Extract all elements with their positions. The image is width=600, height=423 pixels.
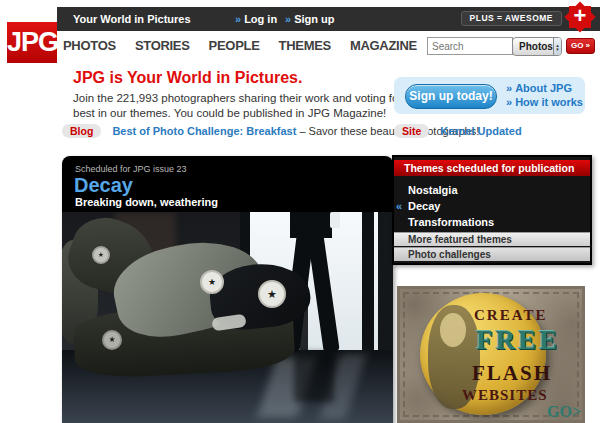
nav-item-photos[interactable]: PHOTOS xyxy=(63,38,116,53)
signup-today-button[interactable]: Sign up today! xyxy=(405,84,497,109)
jpg-logo[interactable]: JPG xyxy=(7,22,57,63)
signup-promo-box: Sign up today! »About JPG »How it works xyxy=(394,77,585,114)
photo-doorframe xyxy=(362,212,374,362)
search-go-button[interactable]: GO » xyxy=(566,38,595,54)
about-jpg-link[interactable]: »About JPG xyxy=(506,81,583,95)
converse-patch-icon: ★ xyxy=(258,280,286,308)
intro-line-1: Join the 221,993 photographers sharing t… xyxy=(73,91,421,106)
more-featured-themes-link[interactable]: More featured themes xyxy=(394,232,590,246)
top-bar: Your World in Pictures »Log in »Sign up … xyxy=(57,7,600,31)
feature-kicker: Scheduled for JPG issue 23 xyxy=(75,164,187,174)
nav-item-themes[interactable]: THEMES xyxy=(279,38,331,53)
ad-woman-face xyxy=(440,313,466,347)
featured-theme-card: Scheduled for JPG issue 23 Decay Breakin… xyxy=(62,156,393,423)
search-scope-value: Photos xyxy=(513,41,553,52)
signup-link[interactable]: »Sign up xyxy=(285,13,334,25)
current-theme-chevron-icon: « xyxy=(396,200,402,212)
search-scope-select[interactable]: Photos ▴▾ xyxy=(512,37,562,56)
site-announcement: Site Kernel Updated xyxy=(394,124,522,138)
signup-label: Sign up xyxy=(294,13,334,25)
login-link[interactable]: »Log in xyxy=(235,13,277,25)
blog-tag: Blog xyxy=(62,124,101,138)
theme-item-nostalgia[interactable]: Nostalgia xyxy=(408,184,458,196)
photo-leg-reflection xyxy=(294,352,334,402)
themes-panel: Themes scheduled for publication « Nosta… xyxy=(392,155,592,265)
ad-text-create: CREATE xyxy=(474,307,547,324)
featured-photo[interactable]: ★ ★ ★ ★ xyxy=(62,212,393,423)
nav-item-people[interactable]: PEOPLE xyxy=(209,38,260,53)
converse-patch-icon: ★ xyxy=(200,270,224,294)
plus-awesome-badge[interactable]: PLUS = AWESOME xyxy=(461,11,562,26)
plus-icon[interactable]: + xyxy=(563,0,597,34)
ad-text-flash: FLASH xyxy=(472,361,552,386)
feature-subtitle: Breaking down, weathering xyxy=(75,196,218,208)
ad-text-free: FREE xyxy=(476,325,560,356)
how-it-works-link[interactable]: »How it works xyxy=(506,95,583,109)
page-headline: JPG is Your World in Pictures. xyxy=(73,69,302,87)
arrow-right-icon: » xyxy=(506,96,512,108)
select-stepper-icon: ▴▾ xyxy=(553,38,561,55)
login-label: Log in xyxy=(244,13,277,25)
intro-text: Join the 221,993 photographers sharing t… xyxy=(73,91,421,121)
intro-line-2: best in our themes. You could be publish… xyxy=(73,106,421,121)
promo-links: »About JPG »How it works xyxy=(506,81,583,109)
jpg-magazine-homepage: Your World in Pictures »Log in »Sign up … xyxy=(0,0,600,423)
nav-item-magazine[interactable]: MAGAZINE xyxy=(350,38,417,53)
ad-go-link[interactable]: GO> xyxy=(547,403,581,421)
ad-text-websites: WEBSITES xyxy=(462,387,548,404)
feature-title-link[interactable]: Decay xyxy=(74,174,133,197)
site-update-link[interactable]: Kernel Updated xyxy=(440,125,521,137)
plus-glyph: + xyxy=(563,3,597,29)
arrow-right-icon: » xyxy=(235,13,241,25)
arrow-right-icon: » xyxy=(285,13,291,25)
flash-websites-ad[interactable]: CREATE FREE FLASH WEBSITES GO> xyxy=(397,286,585,423)
nav-item-stories[interactable]: STORIES xyxy=(135,38,190,53)
converse-patch-icon: ★ xyxy=(92,246,110,264)
photo-person-shirt xyxy=(330,212,340,228)
site-tag: Site xyxy=(394,124,429,138)
arrow-right-icon: » xyxy=(506,82,512,94)
blog-post-link[interactable]: Best of Photo Challenge: Breakfast xyxy=(112,125,296,137)
theme-item-transformations[interactable]: Transformations xyxy=(408,216,494,228)
site-tagline: Your World in Pictures xyxy=(73,13,191,25)
theme-item-decay[interactable]: Decay xyxy=(408,200,440,212)
themes-panel-header: Themes scheduled for publication xyxy=(394,160,590,176)
main-nav: PHOTOS STORIES PEOPLE THEMES MAGAZINE xyxy=(63,38,417,53)
search-input[interactable] xyxy=(427,37,513,55)
photo-challenges-link[interactable]: Photo challenges xyxy=(394,247,590,261)
converse-patch-icon: ★ xyxy=(102,330,122,350)
